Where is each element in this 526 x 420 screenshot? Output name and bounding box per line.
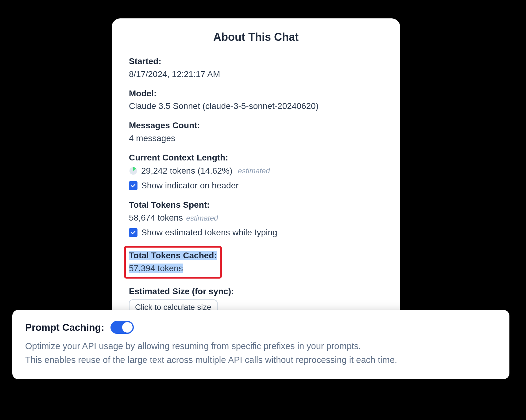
prompt-caching-description-2: This enables reuse of the large text acr…	[25, 353, 497, 367]
show-estimated-typing-checkbox[interactable]	[129, 228, 137, 237]
show-indicator-checkbox[interactable]	[129, 181, 137, 190]
started-value: 8/17/2024, 12:21:17 AM	[129, 68, 383, 81]
tokens-cached-highlight: Total Tokens Cached: 57,394 tokens	[124, 246, 222, 279]
about-chat-modal: About This Chat Started: 8/17/2024, 12:2…	[112, 18, 400, 316]
context-length-value: 29,242 tokens (14.62%)	[141, 164, 232, 177]
show-estimated-typing-label: Show estimated tokens while typing	[141, 226, 277, 239]
prompt-caching-description-1: Optimize your API usage by allowing resu…	[25, 339, 497, 353]
tokens-cached-label: Total Tokens Cached:	[129, 249, 217, 262]
model-label: Model:	[129, 87, 383, 100]
messages-count-field: Messages Count: 4 messages	[129, 119, 383, 145]
show-indicator-label: Show indicator on header	[141, 179, 239, 192]
messages-count-value: 4 messages	[129, 132, 383, 145]
context-length-label: Current Context Length:	[129, 152, 383, 164]
messages-count-label: Messages Count:	[129, 119, 383, 132]
toggle-knob	[122, 322, 133, 333]
tokens-spent-field: Total Tokens Spent: 58,674 tokens estima…	[129, 199, 383, 239]
tokens-spent-value: 58,674 tokens	[129, 213, 183, 222]
tokens-spent-label: Total Tokens Spent:	[129, 199, 383, 211]
prompt-caching-card: Prompt Caching: Optimize your API usage …	[12, 310, 509, 379]
prompt-caching-toggle[interactable]	[110, 321, 134, 334]
model-field: Model: Claude 3.5 Sonnet (claude-3-5-son…	[129, 87, 383, 113]
context-length-field: Current Context Length: 29,242 tokens (1…	[129, 152, 383, 192]
model-value: Claude 3.5 Sonnet (claude-3-5-sonnet-202…	[129, 100, 383, 113]
started-label: Started:	[129, 55, 383, 68]
tokens-spent-estimated-tag: estimated	[186, 214, 218, 222]
prompt-caching-label: Prompt Caching:	[25, 322, 104, 333]
context-pie-icon	[129, 167, 137, 175]
estimated-size-label: Estimated Size (for sync):	[129, 285, 383, 298]
tokens-cached-field: Total Tokens Cached: 57,394 tokens	[129, 246, 383, 279]
context-estimated-tag: estimated	[238, 167, 270, 175]
started-field: Started: 8/17/2024, 12:21:17 AM	[129, 55, 383, 81]
tokens-cached-value: 57,394 tokens	[129, 262, 217, 275]
modal-title: About This Chat	[129, 31, 383, 44]
